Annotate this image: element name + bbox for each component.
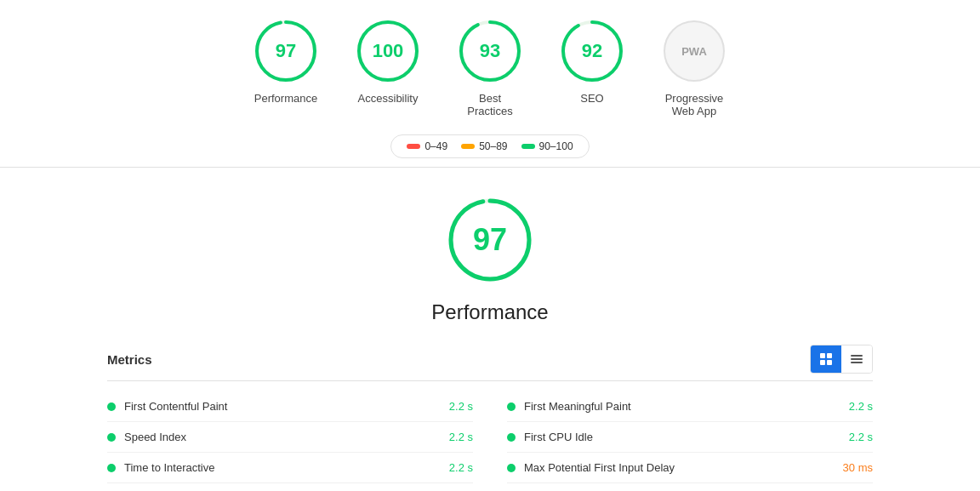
- legend-pass: 90–100: [521, 140, 573, 152]
- score-item-pwa[interactable]: PWA ProgressiveWeb App: [660, 17, 728, 117]
- metric-dot-tti: [107, 464, 116, 472]
- score-item-performance[interactable]: 97 Performance: [252, 17, 320, 105]
- svg-rect-14: [820, 360, 825, 365]
- metric-value-fci: 2.2 s: [849, 431, 873, 443]
- score-value-accessibility: 100: [373, 40, 404, 62]
- metric-value-fmp: 2.2 s: [849, 400, 873, 413]
- legend-bar: 0–49 50–89 90–100: [390, 134, 589, 158]
- metric-dot-si: [107, 433, 116, 442]
- svg-rect-18: [851, 362, 863, 363]
- metric-value-fcp: 2.2 s: [449, 400, 473, 413]
- svg-rect-15: [827, 360, 832, 365]
- metric-row-si: Speed Index 2.2 s: [107, 422, 473, 453]
- legend-dot-pass: [521, 144, 535, 149]
- score-item-best-practices[interactable]: 93 BestPractices: [456, 17, 524, 117]
- metrics-grid: First Contentful Paint 2.2 s Speed Index…: [107, 391, 873, 483]
- metric-name-fci: First CPU Idle: [524, 431, 842, 443]
- metrics-left-col: First Contentful Paint 2.2 s Speed Index…: [107, 391, 490, 483]
- legend-fail: 0–49: [407, 140, 447, 152]
- score-value-performance: 97: [276, 40, 296, 62]
- score-circle-best-practices: 93: [456, 17, 524, 85]
- main-score-circle: 97: [443, 193, 537, 287]
- score-value-seo: 92: [582, 40, 602, 62]
- metric-row-mpfid: Max Potential First Input Delay 30 ms: [507, 453, 873, 483]
- main-score-value: 97: [473, 222, 507, 258]
- metric-row-fmp: First Meaningful Paint 2.2 s: [507, 391, 873, 422]
- main-title: Performance: [431, 300, 548, 324]
- legend-dot-fail: [407, 144, 420, 149]
- svg-rect-16: [851, 355, 863, 357]
- score-circle-pwa: PWA: [660, 17, 728, 85]
- top-section: 97 Performance 100 Accessibility: [0, 0, 980, 168]
- metric-row-tti: Time to Interactive 2.2 s: [107, 453, 473, 483]
- metrics-right-col: First Meaningful Paint 2.2 s First CPU I…: [490, 391, 873, 483]
- metric-value-tti: 2.2 s: [449, 461, 473, 474]
- metric-name-tti: Time to Interactive: [124, 461, 442, 474]
- score-value-pwa: PWA: [681, 45, 707, 58]
- view-toggle[interactable]: [810, 345, 873, 374]
- score-circle-performance: 97: [252, 17, 320, 85]
- svg-rect-17: [851, 358, 863, 360]
- metrics-section: Metrics: [107, 345, 873, 491]
- score-item-accessibility[interactable]: 100 Accessibility: [354, 17, 422, 105]
- main-section: 97 Performance Metrics: [0, 168, 980, 491]
- metric-name-si: Speed Index: [124, 431, 442, 443]
- metrics-header: Metrics: [107, 345, 873, 381]
- metric-value-mpfid: 30 ms: [843, 461, 873, 474]
- metric-name-fmp: First Meaningful Paint: [524, 400, 842, 413]
- legend-label-fail: 0–49: [424, 140, 447, 152]
- score-label-best-practices: BestPractices: [467, 92, 512, 117]
- svg-rect-12: [820, 353, 825, 358]
- legend-average: 50–89: [461, 140, 507, 152]
- scores-row: 97 Performance 100 Accessibility: [252, 17, 728, 117]
- metric-dot-fcp: [107, 403, 116, 411]
- metric-name-mpfid: Max Potential First Input Delay: [524, 461, 836, 474]
- metric-dot-mpfid: [507, 464, 516, 472]
- metric-dot-fci: [507, 433, 516, 442]
- toggle-list-button[interactable]: [841, 345, 872, 373]
- legend-label-average: 50–89: [479, 140, 507, 152]
- metrics-title: Metrics: [107, 352, 152, 367]
- score-value-best-practices: 93: [480, 40, 500, 62]
- score-circle-seo: 92: [558, 17, 626, 85]
- svg-rect-13: [827, 353, 832, 358]
- toggle-treemap-button[interactable]: [811, 345, 841, 373]
- metric-value-si: 2.2 s: [449, 431, 473, 443]
- metric-row-fcp: First Contentful Paint 2.2 s: [107, 391, 473, 422]
- score-circle-accessibility: 100: [354, 17, 422, 85]
- score-label-pwa: ProgressiveWeb App: [665, 92, 724, 117]
- legend-dot-average: [461, 144, 475, 149]
- score-item-seo[interactable]: 92 SEO: [558, 17, 626, 105]
- metric-name-fcp: First Contentful Paint: [124, 400, 442, 413]
- score-label-accessibility: Accessibility: [358, 92, 419, 105]
- score-label-performance: Performance: [254, 92, 317, 105]
- score-label-seo: SEO: [580, 92, 603, 105]
- metric-dot-fmp: [507, 403, 516, 411]
- metric-row-fci: First CPU Idle 2.2 s: [507, 422, 873, 453]
- legend-label-pass: 90–100: [539, 140, 573, 152]
